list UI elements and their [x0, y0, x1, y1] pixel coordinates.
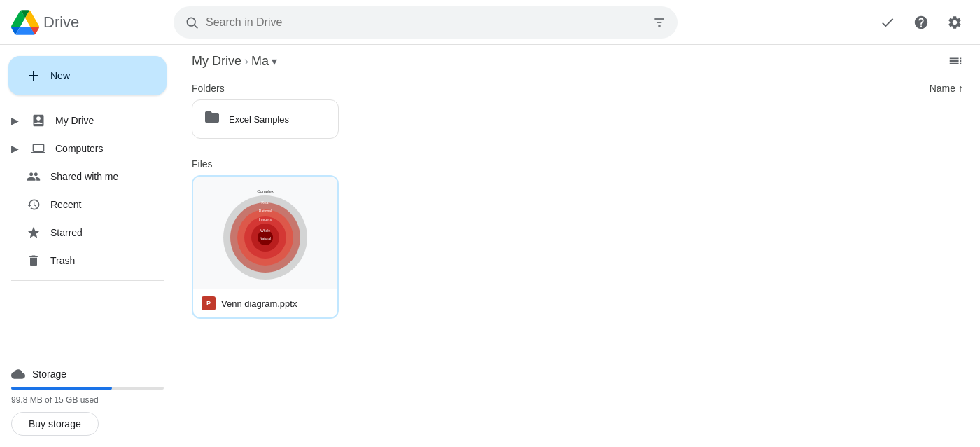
folder-grid: Excel Samples — [192, 99, 963, 139]
breadcrumb-current[interactable]: Ma ▾ — [251, 54, 277, 69]
files-label: Files — [192, 158, 213, 170]
breadcrumb-bar: My Drive › Ma ▾ — [192, 45, 963, 74]
computer-icon — [30, 140, 47, 157]
sidebar-item-computers[interactable]: ▶ Computers — [0, 135, 164, 163]
header: Drive — [0, 0, 980, 45]
new-button[interactable]: New — [8, 56, 167, 95]
sidebar-item-starred-label: Starred — [50, 227, 83, 238]
folders-section-header: Folders Name ↑ — [192, 74, 963, 99]
file-preview: Complex Real Rational Integers Whole Nat… — [193, 177, 337, 289]
buy-storage-button[interactable]: Buy storage — [11, 412, 99, 436]
file-name: Venn diagram.pptx — [221, 298, 297, 309]
sidebar-item-recent[interactable]: Recent — [0, 191, 164, 219]
sidebar-item-trash-label: Trash — [50, 255, 75, 266]
svg-text:Natural: Natural — [260, 236, 271, 240]
clock-icon — [25, 196, 42, 213]
file-card-venn-diagram[interactable]: Complex Real Rational Integers Whole Nat… — [192, 175, 339, 319]
file-info: P Venn diagram.pptx — [193, 289, 337, 317]
svg-text:Integers: Integers — [259, 217, 272, 221]
svg-point-0 — [187, 18, 195, 26]
folder-item-excel-samples[interactable]: Excel Samples — [192, 99, 339, 139]
storage-text: Storage — [32, 369, 66, 380]
sidebar-item-recent-label: Recent — [50, 199, 81, 210]
app-title: Drive — [43, 13, 79, 32]
view-toggle-button[interactable] — [948, 53, 963, 69]
storage-bar — [11, 387, 164, 390]
files-grid: Complex Real Rational Integers Whole Nat… — [192, 175, 963, 319]
star-icon — [25, 224, 42, 241]
drive-icon — [30, 112, 47, 129]
plus-icon — [25, 67, 42, 84]
folder-icon — [204, 109, 220, 130]
search-bar[interactable] — [174, 6, 678, 39]
chevron-icon: ▶ — [11, 143, 19, 154]
account-icon-btn[interactable] — [874, 8, 902, 36]
sidebar-item-my-drive[interactable]: ▶ My Drive — [0, 106, 164, 135]
storage-section: Storage 99.8 MB of 15 GB used Buy storag… — [0, 356, 175, 441]
sidebar-item-computers-label: Computers — [55, 143, 103, 154]
pptx-icon: P — [202, 296, 216, 310]
sort-icon: ↑ — [958, 83, 963, 94]
storage-used-text: 99.8 MB of 15 GB used — [11, 395, 164, 405]
venn-diagram-preview: Complex Real Rational Integers Whole Nat… — [213, 180, 318, 285]
header-right — [874, 8, 969, 36]
google-drive-logo — [11, 8, 39, 36]
sort-control[interactable]: Name ↑ — [930, 83, 963, 94]
chevron-icon: ▶ — [11, 115, 19, 126]
sidebar-item-shared-label: Shared with me — [50, 171, 118, 182]
new-button-label: New — [50, 70, 70, 81]
svg-text:Rational: Rational — [259, 209, 272, 213]
sidebar-item-starred[interactable]: Starred — [0, 219, 164, 247]
logo-area: Drive — [11, 8, 165, 36]
settings-icon-btn[interactable] — [941, 8, 969, 36]
help-icon-btn[interactable] — [907, 8, 935, 36]
sidebar-item-my-drive-label: My Drive — [55, 115, 94, 126]
search-input[interactable] — [206, 16, 645, 29]
main-layout: New ▶ My Drive ▶ Computers — [0, 45, 980, 447]
storage-bar-fill — [11, 387, 112, 390]
cloud-icon — [11, 367, 25, 381]
svg-line-1 — [195, 25, 198, 28]
dropdown-icon: ▾ — [272, 55, 277, 68]
svg-text:Complex: Complex — [257, 189, 274, 193]
people-icon — [25, 168, 42, 185]
breadcrumb-root[interactable]: My Drive — [192, 54, 241, 69]
sort-label-text: Name — [930, 83, 955, 94]
sidebar-divider — [11, 280, 164, 281]
breadcrumb-separator: › — [244, 54, 248, 69]
breadcrumb: My Drive › Ma ▾ — [192, 54, 277, 69]
breadcrumb-current-label: Ma — [251, 54, 269, 69]
content-area: My Drive › Ma ▾ Folders Name ↑ — [175, 45, 980, 447]
svg-text:Real: Real — [261, 200, 269, 205]
storage-label: Storage — [11, 367, 164, 381]
svg-text:Whole: Whole — [260, 228, 270, 233]
filter-icon[interactable] — [652, 15, 666, 29]
trash-icon — [25, 252, 42, 269]
sidebar-item-shared[interactable]: Shared with me — [0, 163, 164, 191]
folder-name: Excel Samples — [229, 114, 289, 125]
folders-label: Folders — [192, 83, 225, 94]
sidebar: New ▶ My Drive ▶ Computers — [0, 45, 175, 447]
sidebar-item-trash[interactable]: Trash — [0, 247, 164, 275]
search-icon[interactable] — [185, 15, 199, 29]
files-section-header: Files — [192, 150, 963, 175]
